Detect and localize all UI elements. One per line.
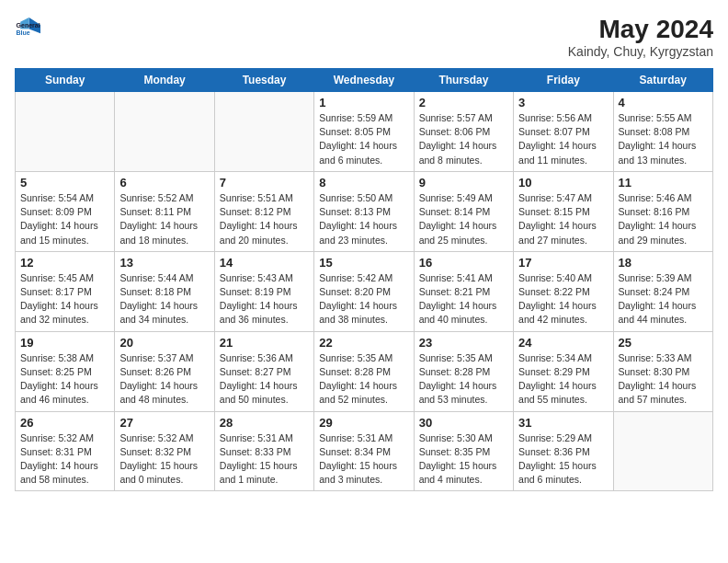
day-info: Sunrise: 5:51 AMSunset: 8:12 PMDaylight:… — [220, 191, 309, 247]
day-number: 22 — [319, 336, 408, 350]
day-number: 24 — [518, 336, 608, 350]
title-block: May 2024 Kaindy, Chuy, Kyrgyzstan — [568, 15, 713, 59]
calendar-cell — [16, 92, 115, 172]
day-number: 27 — [119, 416, 209, 430]
calendar-cell — [613, 411, 712, 491]
weekday-header: Friday — [514, 69, 613, 92]
calendar-cell: 30Sunrise: 5:30 AMSunset: 8:35 PMDayligh… — [414, 411, 513, 491]
day-number: 17 — [518, 256, 608, 270]
day-info: Sunrise: 5:54 AMSunset: 8:09 PMDaylight:… — [20, 191, 109, 247]
calendar-cell: 1Sunrise: 5:59 AMSunset: 8:05 PMDaylight… — [314, 92, 414, 172]
day-number: 1 — [319, 96, 408, 109]
weekday-header: Sunday — [16, 69, 115, 92]
day-number: 28 — [220, 416, 309, 430]
day-info: Sunrise: 5:47 AMSunset: 8:15 PMDaylight:… — [518, 191, 608, 247]
calendar-week-row: 5Sunrise: 5:54 AMSunset: 8:09 PMDaylight… — [16, 171, 713, 251]
day-info: Sunrise: 5:40 AMSunset: 8:22 PMDaylight:… — [518, 271, 608, 327]
day-info: Sunrise: 5:52 AMSunset: 8:11 PMDaylight:… — [119, 191, 209, 247]
day-number: 9 — [419, 176, 508, 190]
calendar-cell: 20Sunrise: 5:37 AMSunset: 8:26 PMDayligh… — [115, 331, 214, 411]
day-number: 15 — [319, 256, 408, 270]
day-info: Sunrise: 5:41 AMSunset: 8:21 PMDaylight:… — [419, 271, 508, 327]
weekday-header: Saturday — [613, 69, 712, 92]
page-subtitle: Kaindy, Chuy, Kyrgyzstan — [568, 44, 713, 59]
page-header: General Blue May 2024 Kaindy, Chuy, Kyrg… — [15, 15, 713, 59]
day-info: Sunrise: 5:50 AMSunset: 8:13 PMDaylight:… — [319, 191, 408, 247]
day-number: 11 — [619, 176, 708, 190]
calendar-cell: 31Sunrise: 5:29 AMSunset: 8:36 PMDayligh… — [514, 411, 613, 491]
weekday-header-row: SundayMondayTuesdayWednesdayThursdayFrid… — [16, 69, 713, 92]
calendar-table: SundayMondayTuesdayWednesdayThursdayFrid… — [15, 68, 713, 491]
calendar-cell: 26Sunrise: 5:32 AMSunset: 8:31 PMDayligh… — [16, 411, 115, 491]
weekday-header: Wednesday — [314, 69, 414, 92]
day-number: 21 — [220, 336, 309, 350]
day-number: 23 — [419, 336, 508, 350]
calendar-cell: 24Sunrise: 5:34 AMSunset: 8:29 PMDayligh… — [514, 331, 613, 411]
calendar-cell: 8Sunrise: 5:50 AMSunset: 8:13 PMDaylight… — [314, 171, 414, 251]
day-number: 5 — [20, 176, 109, 190]
day-number: 26 — [20, 416, 109, 430]
calendar-cell: 10Sunrise: 5:47 AMSunset: 8:15 PMDayligh… — [514, 171, 613, 251]
day-info: Sunrise: 5:44 AMSunset: 8:18 PMDaylight:… — [119, 271, 209, 327]
day-number: 25 — [619, 336, 708, 350]
calendar-cell: 7Sunrise: 5:51 AMSunset: 8:12 PMDaylight… — [214, 171, 313, 251]
calendar-cell: 11Sunrise: 5:46 AMSunset: 8:16 PMDayligh… — [613, 171, 712, 251]
day-info: Sunrise: 5:32 AMSunset: 8:31 PMDaylight:… — [20, 431, 109, 488]
day-info: Sunrise: 5:45 AMSunset: 8:17 PMDaylight:… — [20, 271, 109, 327]
calendar-cell: 14Sunrise: 5:43 AMSunset: 8:19 PMDayligh… — [214, 251, 313, 331]
day-number: 10 — [518, 176, 608, 190]
day-number: 16 — [419, 256, 508, 270]
day-info: Sunrise: 5:59 AMSunset: 8:05 PMDaylight:… — [319, 111, 408, 167]
calendar-cell: 5Sunrise: 5:54 AMSunset: 8:09 PMDaylight… — [16, 171, 115, 251]
calendar-cell: 22Sunrise: 5:35 AMSunset: 8:28 PMDayligh… — [314, 331, 414, 411]
calendar-cell: 2Sunrise: 5:57 AMSunset: 8:06 PMDaylight… — [414, 92, 513, 172]
day-info: Sunrise: 5:55 AMSunset: 8:08 PMDaylight:… — [619, 111, 708, 167]
day-number: 7 — [220, 176, 309, 190]
calendar-cell: 27Sunrise: 5:32 AMSunset: 8:32 PMDayligh… — [115, 411, 214, 491]
calendar-cell: 18Sunrise: 5:39 AMSunset: 8:24 PMDayligh… — [613, 251, 712, 331]
calendar-cell: 17Sunrise: 5:40 AMSunset: 8:22 PMDayligh… — [514, 251, 613, 331]
calendar-cell: 29Sunrise: 5:31 AMSunset: 8:34 PMDayligh… — [314, 411, 414, 491]
page-title: May 2024 — [568, 15, 713, 44]
day-info: Sunrise: 5:56 AMSunset: 8:07 PMDaylight:… — [518, 111, 608, 167]
day-info: Sunrise: 5:34 AMSunset: 8:29 PMDaylight:… — [518, 351, 608, 408]
day-info: Sunrise: 5:29 AMSunset: 8:36 PMDaylight:… — [518, 431, 608, 488]
day-number: 12 — [20, 256, 109, 270]
day-info: Sunrise: 5:32 AMSunset: 8:32 PMDaylight:… — [119, 431, 209, 488]
day-number: 2 — [419, 96, 508, 109]
day-info: Sunrise: 5:37 AMSunset: 8:26 PMDaylight:… — [119, 351, 209, 408]
day-info: Sunrise: 5:49 AMSunset: 8:14 PMDaylight:… — [419, 191, 508, 247]
svg-text:General: General — [17, 22, 40, 29]
calendar-cell: 9Sunrise: 5:49 AMSunset: 8:14 PMDaylight… — [414, 171, 513, 251]
logo-icon: General Blue — [15, 15, 40, 40]
logo: General Blue — [15, 15, 40, 40]
day-number: 8 — [319, 176, 408, 190]
day-number: 20 — [119, 336, 209, 350]
calendar-cell: 28Sunrise: 5:31 AMSunset: 8:33 PMDayligh… — [214, 411, 313, 491]
calendar-cell: 15Sunrise: 5:42 AMSunset: 8:20 PMDayligh… — [314, 251, 414, 331]
calendar-cell — [214, 92, 313, 172]
svg-text:Blue: Blue — [17, 29, 30, 36]
day-number: 6 — [119, 176, 209, 190]
day-number: 29 — [319, 416, 408, 430]
calendar-cell: 13Sunrise: 5:44 AMSunset: 8:18 PMDayligh… — [115, 251, 214, 331]
day-info: Sunrise: 5:31 AMSunset: 8:33 PMDaylight:… — [220, 431, 309, 488]
day-info: Sunrise: 5:42 AMSunset: 8:20 PMDaylight:… — [319, 271, 408, 327]
day-info: Sunrise: 5:35 AMSunset: 8:28 PMDaylight:… — [319, 351, 408, 408]
day-info: Sunrise: 5:36 AMSunset: 8:27 PMDaylight:… — [220, 351, 309, 408]
calendar-week-row: 12Sunrise: 5:45 AMSunset: 8:17 PMDayligh… — [16, 251, 713, 331]
day-number: 4 — [619, 96, 708, 109]
day-info: Sunrise: 5:57 AMSunset: 8:06 PMDaylight:… — [419, 111, 508, 167]
day-number: 19 — [20, 336, 109, 350]
day-info: Sunrise: 5:35 AMSunset: 8:28 PMDaylight:… — [419, 351, 508, 408]
day-number: 31 — [518, 416, 608, 430]
calendar-cell: 25Sunrise: 5:33 AMSunset: 8:30 PMDayligh… — [613, 331, 712, 411]
calendar-cell — [115, 92, 214, 172]
calendar-week-row: 26Sunrise: 5:32 AMSunset: 8:31 PMDayligh… — [16, 411, 713, 491]
weekday-header: Monday — [115, 69, 214, 92]
day-info: Sunrise: 5:39 AMSunset: 8:24 PMDaylight:… — [619, 271, 708, 327]
day-info: Sunrise: 5:46 AMSunset: 8:16 PMDaylight:… — [619, 191, 708, 247]
calendar-week-row: 19Sunrise: 5:38 AMSunset: 8:25 PMDayligh… — [16, 331, 713, 411]
day-number: 14 — [220, 256, 309, 270]
day-number: 18 — [619, 256, 708, 270]
